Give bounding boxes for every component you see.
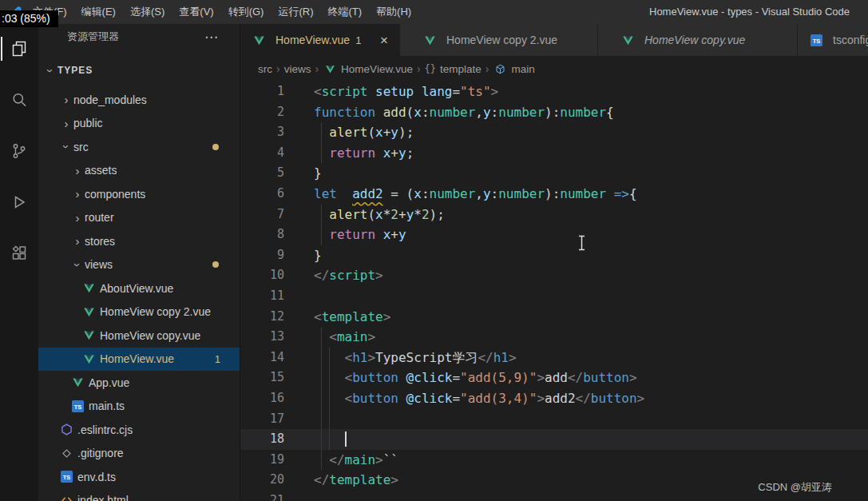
tree-item-components[interactable]: components — [38, 182, 240, 206]
breadcrumb-main[interactable]: main — [493, 62, 535, 75]
tree-item-App.vue[interactable]: App.vue — [38, 371, 240, 395]
tree-item-stores[interactable]: stores — [38, 229, 240, 253]
tab-tsconfig.json[interactable]: TStsconfig.json — [798, 24, 868, 56]
eslint-file-icon — [59, 423, 73, 436]
code-line-5[interactable]: 5} — [240, 163, 868, 184]
tree-item-.eslintrc.cjs[interactable]: .eslintrc.cjs — [38, 418, 240, 442]
tab-HomeView.vue[interactable]: HomeView.vue1× — [240, 24, 400, 56]
code-line-8[interactable]: 8 return x+y — [240, 225, 868, 245]
activity-bar — [0, 24, 38, 501]
menu-item-4[interactable]: 转到(G) — [221, 0, 271, 24]
tree-item-public[interactable]: public — [38, 112, 240, 136]
chevron-right-icon — [70, 211, 85, 225]
code-line-18[interactable]: 18 — [240, 429, 868, 450]
code-line-13[interactable]: 13 <main> — [240, 327, 868, 348]
line-content: alert(x*2+y*2); — [284, 205, 445, 225]
tree-item-index.html[interactable]: index.html — [38, 489, 240, 501]
breadcrumb-template[interactable]: {}template — [425, 63, 482, 75]
code-line-9[interactable]: 9} — [240, 245, 868, 266]
search-icon[interactable] — [1, 82, 38, 118]
tab-bar: HomeView.vue1×HomeView copy 2.vueHomeVie… — [240, 24, 868, 56]
menu-item-3[interactable]: 查看(V) — [172, 0, 220, 24]
mouse-cursor-ibeam — [577, 235, 586, 254]
line-content — [284, 429, 347, 450]
line-content — [284, 286, 314, 307]
line-number: 14 — [240, 348, 284, 368]
code-line-7[interactable]: 7 alert(x*2+y*2); — [240, 205, 868, 225]
chevron-right-icon — [59, 93, 73, 106]
menu-item-7[interactable]: 帮助(H) — [369, 0, 418, 24]
breadcrumb-separator: › — [417, 62, 421, 75]
chevron-right-icon — [59, 117, 73, 130]
code-line-14[interactable]: 14 <h1>TypeScript学习</h1> — [240, 348, 868, 368]
chevron-right-icon — [70, 187, 85, 201]
line-content: alert(x+y); — [284, 122, 414, 143]
code-line-3[interactable]: 3 alert(x+y); — [240, 122, 868, 143]
line-content: <h1>TypeScript学习</h1> — [284, 348, 517, 368]
tree-item-.gitignore[interactable]: .gitignore — [38, 442, 240, 466]
breadcrumb-HomeView.vue[interactable]: HomeView.vue — [323, 62, 413, 75]
line-number: 20 — [240, 470, 284, 491]
tree-item-label: App.vue — [89, 376, 129, 389]
code-line-6[interactable]: 6let add2 = (x:number,y:number):number =… — [240, 184, 868, 205]
tab-HomeView copy 2.vue[interactable]: HomeView copy 2.vue — [400, 24, 598, 56]
tree-item-AboutView.vue[interactable]: AboutView.vue — [38, 276, 240, 300]
titlebar: 文件(F)编辑(E)选择(S)查看(V)转到(G)运行(R)终端(T)帮助(H)… — [0, 0, 868, 24]
code-line-10[interactable]: 10</script> — [240, 265, 868, 286]
breadcrumb-src[interactable]: src — [258, 63, 272, 75]
tree-item-HomeView copy.vue[interactable]: HomeView copy.vue — [38, 324, 240, 348]
tree-item-src[interactable]: src — [38, 135, 240, 159]
indent-guide — [321, 205, 322, 245]
tree-item-label: router — [85, 211, 114, 224]
code-line-2[interactable]: 2function add(x:number,y:number):number{ — [240, 102, 868, 123]
tab-HomeView copy.vue[interactable]: HomeView copy.vue — [598, 24, 798, 56]
vue-file-icon — [70, 376, 85, 389]
menu-item-5[interactable]: 运行(R) — [271, 0, 320, 24]
close-icon[interactable]: × — [380, 34, 388, 47]
line-number: 3 — [240, 122, 284, 143]
line-number: 11 — [240, 286, 284, 307]
menu-bar: 文件(F)编辑(E)选择(S)查看(V)转到(G)运行(R)终端(T)帮助(H) — [26, 0, 418, 24]
explorer-icon[interactable] — [1, 30, 38, 67]
tree-item-views[interactable]: views — [38, 253, 240, 277]
cube-icon — [493, 62, 508, 75]
code-line-19[interactable]: 19 </main>`` — [240, 450, 868, 471]
line-number: 9 — [240, 245, 284, 266]
breadcrumb-separator: › — [276, 62, 280, 75]
code-line-16[interactable]: 16 <button @click="add(3,4)">add2</butto… — [240, 388, 868, 409]
code-line-17[interactable]: 17 — [240, 409, 868, 430]
code-line-12[interactable]: 12<template> — [240, 307, 868, 328]
section-types[interactable]: TYPES — [38, 61, 240, 80]
tree-item-assets[interactable]: assets — [38, 159, 240, 183]
file-tree: node_modulespublicsrcassetscomponentsrou… — [38, 88, 240, 501]
tree-item-env.d.ts[interactable]: TSenv.d.ts — [38, 465, 240, 489]
breadcrumb-views[interactable]: views — [284, 63, 311, 75]
tree-item-node_modules[interactable]: node_modules — [38, 88, 240, 112]
tree-item-HomeView copy 2.vue[interactable]: HomeView copy 2.vue — [38, 300, 240, 324]
git-file-icon — [59, 447, 73, 459]
line-content: return x+y — [284, 225, 406, 245]
indent-guide — [321, 327, 322, 470]
vue-file-icon — [620, 34, 635, 46]
line-number: 12 — [240, 307, 284, 328]
code-line-11[interactable]: 11 — [240, 286, 868, 307]
line-number: 10 — [240, 265, 284, 286]
tree-item-router[interactable]: router — [38, 206, 240, 230]
sidebar-header: 资源管理器 ⋯ — [38, 24, 240, 50]
tree-item-main.ts[interactable]: TSmain.ts — [38, 395, 240, 419]
menu-item-6[interactable]: 终端(T) — [320, 0, 369, 24]
workbench: 资源管理器 ⋯ TYPES node_modulespublicsrcasset… — [0, 24, 868, 501]
menu-item-2[interactable]: 选择(S) — [123, 0, 172, 24]
more-actions-icon[interactable]: ⋯ — [204, 29, 219, 46]
run-debug-icon[interactable] — [1, 184, 38, 221]
code-line-4[interactable]: 4 return x+y; — [240, 143, 868, 164]
code-editor[interactable]: 1<script setup lang="ts">2function add(x… — [240, 82, 868, 501]
extensions-icon[interactable] — [1, 235, 38, 272]
line-content: function add(x:number,y:number):number{ — [284, 102, 614, 123]
tree-item-label: public — [73, 117, 103, 129]
source-control-icon[interactable] — [1, 133, 38, 169]
code-line-1[interactable]: 1<script setup lang="ts"> — [240, 82, 868, 102]
code-line-15[interactable]: 15 <button @click="add(5,9)">add</button… — [240, 368, 868, 388]
tree-item-HomeView.vue[interactable]: HomeView.vue1 — [38, 348, 240, 372]
menu-item-1[interactable]: 编辑(E) — [74, 0, 123, 24]
